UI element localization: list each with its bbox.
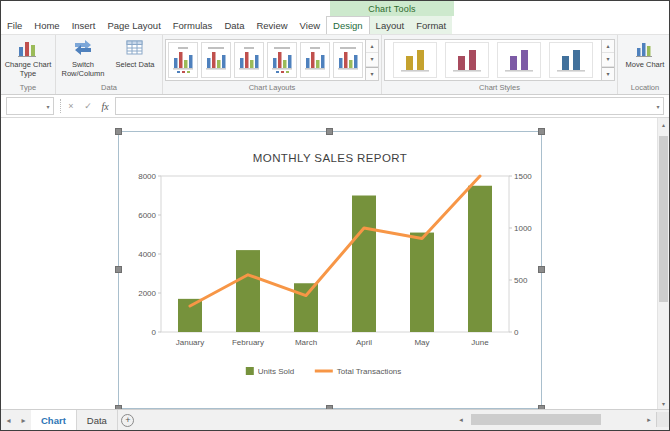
chart-layout-thumbnail[interactable] — [234, 42, 264, 78]
hscroll-right-icon[interactable]: ▸ — [643, 413, 655, 426]
chart-layout-thumbnail[interactable] — [168, 42, 198, 78]
svg-text:6000: 6000 — [138, 211, 156, 220]
sheet-tab-bar: ◂ ▸ Chart Data + ◂ ▸ — [1, 409, 669, 430]
menu-bar: File Home Insert Page Layout Formulas Da… — [1, 16, 669, 34]
ribbon-group-type: Change Chart Type Type — [1, 35, 56, 94]
svg-text:January: January — [176, 338, 204, 347]
change-chart-type-label: Change Chart Type — [4, 60, 52, 78]
ribbon: Change Chart Type Type Switch Row/Column… — [1, 34, 669, 95]
add-sheet-button[interactable]: + — [118, 410, 138, 430]
menu-tab-page-layout[interactable]: Page Layout — [101, 16, 166, 34]
chart-styles-scroll: ▴ ▾ ▾ — [602, 39, 615, 81]
selection-handle-top-left[interactable] — [115, 128, 122, 135]
move-chart-button[interactable]: Move Chart — [620, 37, 670, 83]
gallery-scroll-up-button[interactable]: ▴ — [602, 40, 614, 53]
chart-layout-thumbnail[interactable] — [267, 42, 297, 78]
svg-text:MONTHLY SALES REPORT: MONTHLY SALES REPORT — [253, 152, 407, 164]
menu-tab-file[interactable]: File — [1, 16, 28, 34]
selection-handle-middle-left[interactable] — [115, 266, 122, 273]
formula-input[interactable] — [116, 98, 653, 114]
group-label-chart-layouts: Chart Layouts — [165, 83, 379, 94]
name-box-input[interactable] — [7, 101, 43, 111]
move-chart-icon — [635, 39, 655, 59]
scroll-down-icon[interactable]: ▾ — [658, 397, 669, 409]
vertical-scroll-thumb[interactable] — [659, 136, 668, 302]
svg-text:500: 500 — [514, 276, 528, 285]
svg-text:June: June — [471, 338, 489, 347]
select-data-label: Select Data — [111, 60, 159, 69]
switch-row-column-button[interactable]: Switch Row/Column — [58, 37, 108, 83]
menu-tab-design[interactable]: Design — [326, 16, 370, 34]
menu-tab-review[interactable]: Review — [250, 16, 293, 34]
svg-text:April: April — [356, 338, 372, 347]
selection-handle-top-right[interactable] — [538, 128, 545, 135]
formula-input-wrap: ▾ — [115, 97, 664, 115]
group-label-type: Type — [3, 83, 53, 94]
gallery-more-button[interactable]: ▾ — [366, 67, 378, 80]
chart-tools-contextual-label: Chart Tools — [330, 1, 454, 16]
horizontal-scroll-track[interactable] — [467, 413, 643, 426]
chart-layout-thumbnail[interactable] — [201, 42, 231, 78]
chart-layouts-gallery — [165, 39, 366, 81]
formula-bar-divider — [57, 99, 61, 113]
sheet-tab-data[interactable]: Data — [77, 410, 118, 430]
enter-button[interactable]: ✓ — [81, 98, 95, 114]
move-chart-label: Move Chart — [621, 60, 669, 69]
select-data-icon — [125, 39, 145, 59]
vertical-scroll-track[interactable] — [658, 130, 669, 397]
formula-bar-expand-icon[interactable]: ▾ — [653, 103, 663, 110]
svg-text:February: February — [232, 338, 264, 347]
svg-text:4000: 4000 — [138, 250, 156, 259]
svg-text:Units Sold: Units Sold — [258, 367, 294, 376]
menu-tab-data[interactable]: Data — [218, 16, 250, 34]
change-chart-type-button[interactable]: Change Chart Type — [3, 37, 53, 83]
select-data-button[interactable]: Select Data — [110, 37, 160, 83]
sheet-nav-right-icon[interactable]: ▸ — [16, 410, 31, 430]
chart-layout-thumbnail[interactable] — [300, 42, 330, 78]
chart-style-thumbnail[interactable] — [393, 42, 437, 78]
chart-style-thumbnail[interactable] — [549, 42, 593, 78]
insert-function-button[interactable]: fx — [98, 98, 112, 114]
gallery-scroll-down-button[interactable]: ▾ — [602, 53, 614, 66]
gallery-scroll-up-button[interactable]: ▴ — [366, 40, 378, 53]
vertical-scrollbar[interactable]: ▴ ▾ — [657, 118, 669, 409]
selection-handle-top-middle[interactable] — [326, 128, 333, 135]
svg-text:8000: 8000 — [138, 172, 156, 181]
chart-layout-thumbnail[interactable] — [333, 42, 363, 78]
plus-icon: + — [121, 414, 134, 427]
svg-text:Total Transactions: Total Transactions — [337, 367, 401, 376]
worksheet-canvas[interactable]: MONTHLY SALES REPORT02000400060008000050… — [1, 118, 669, 409]
horizontal-scrollbar[interactable]: ◂ ▸ — [455, 413, 655, 426]
horizontal-scroll-thumb[interactable] — [471, 414, 601, 425]
group-label-data: Data — [58, 83, 160, 94]
chart-style-thumbnail[interactable] — [497, 42, 541, 78]
change-chart-type-icon — [18, 39, 38, 59]
svg-text:0: 0 — [514, 328, 519, 337]
svg-text:1000: 1000 — [514, 224, 532, 233]
gallery-scroll-down-button[interactable]: ▾ — [366, 53, 378, 66]
chart-object[interactable]: MONTHLY SALES REPORT02000400060008000050… — [118, 131, 542, 409]
selection-handle-middle-right[interactable] — [538, 266, 545, 273]
menu-tab-view[interactable]: View — [294, 16, 326, 34]
svg-text:May: May — [414, 338, 429, 347]
menu-tab-formulas[interactable]: Formulas — [167, 16, 219, 34]
menu-tab-layout[interactable]: Layout — [370, 16, 411, 34]
sheet-nav-left-icon[interactable]: ◂ — [1, 410, 16, 430]
cancel-button[interactable]: × — [64, 98, 78, 114]
name-box-dropdown-icon[interactable]: ▾ — [43, 103, 53, 110]
chart-layouts-scroll: ▴ ▾ ▾ — [366, 39, 379, 81]
name-box[interactable]: ▾ — [6, 97, 54, 115]
hscroll-left-icon[interactable]: ◂ — [455, 413, 467, 426]
svg-text:2000: 2000 — [138, 289, 156, 298]
resize-corner — [656, 412, 669, 427]
sheet-tab-chart[interactable]: Chart — [31, 410, 77, 430]
menu-tab-home[interactable]: Home — [28, 16, 65, 34]
switch-row-column-icon — [73, 39, 93, 59]
chart-style-thumbnail[interactable] — [445, 42, 489, 78]
ribbon-group-location: Move Chart Location — [618, 35, 670, 94]
menu-tab-format[interactable]: Format — [410, 16, 452, 34]
menu-tab-insert[interactable]: Insert — [66, 16, 102, 34]
scroll-up-icon[interactable]: ▴ — [658, 118, 669, 130]
gallery-more-button[interactable]: ▾ — [602, 67, 614, 80]
app-window: Chart Tools File Home Insert Page Layout… — [0, 0, 670, 431]
